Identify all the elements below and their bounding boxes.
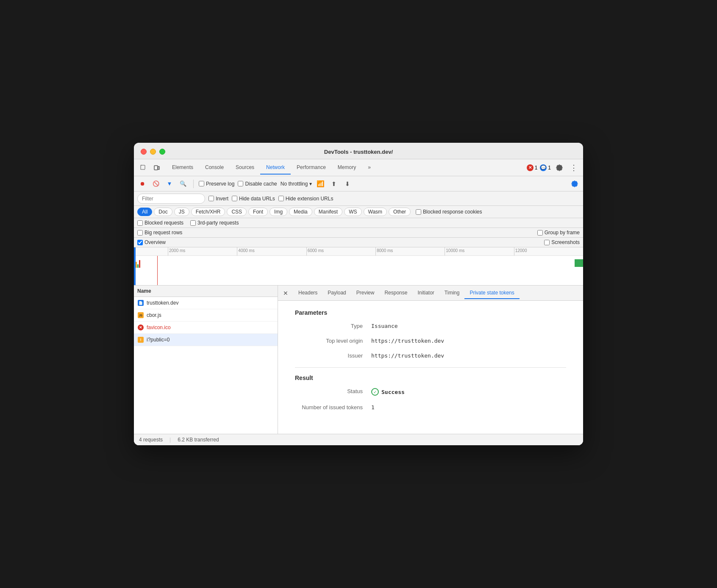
filter-input[interactable] — [137, 194, 205, 204]
tab-network[interactable]: Network — [260, 161, 291, 175]
group-by-frame-checkbox[interactable]: Group by frame — [537, 230, 580, 236]
tab-performance[interactable]: Performance — [291, 161, 332, 175]
section-divider — [295, 367, 566, 368]
throttle-arrow: ▾ — [309, 181, 312, 187]
parameters-title: Parameters — [295, 309, 566, 316]
close-button[interactable] — [141, 149, 147, 155]
filter-pill-other[interactable]: Other — [389, 208, 411, 216]
filter-pill-media[interactable]: Media — [289, 208, 312, 216]
main-tabs: Elements Console Sources Network Perform… — [166, 161, 527, 175]
more-icon[interactable]: ⋮ — [568, 162, 580, 174]
request-item-favicon[interactable]: ✕ favicon.ico — [134, 322, 278, 334]
clear-icon[interactable]: 🚫 — [151, 179, 161, 189]
tab-memory[interactable]: Memory — [332, 161, 362, 175]
detail-tab-headers[interactable]: Headers — [293, 287, 322, 299]
tokens-row: Number of issued tokens 1 — [295, 404, 566, 410]
third-party-checkbox[interactable]: 3rd-party requests — [190, 220, 239, 226]
blocked-cookies-checkbox[interactable]: Blocked response cookies — [416, 209, 482, 215]
top-level-origin-label: Top level origin — [295, 338, 371, 344]
overview-input[interactable] — [137, 240, 143, 245]
hide-ext-urls-checkbox[interactable]: Hide extension URLs — [278, 196, 333, 202]
filter-pill-js[interactable]: JS — [174, 208, 189, 216]
device-icon[interactable] — [151, 162, 163, 174]
search-icon[interactable]: 🔍 — [178, 179, 188, 189]
network-settings-icon[interactable] — [570, 179, 580, 189]
filter-icon[interactable]: ▼ — [164, 179, 175, 189]
success-icon: ✓ — [371, 388, 379, 396]
overview-label: Overview — [145, 239, 166, 245]
invert-checkbox[interactable]: Invert — [208, 196, 228, 202]
blocked-cookies-input[interactable] — [416, 209, 421, 215]
upload-icon[interactable]: ⬆ — [329, 179, 339, 189]
filter-pill-img[interactable]: Img — [270, 208, 287, 216]
timeline-green-block — [575, 259, 583, 267]
filter-pill-all[interactable]: All — [137, 208, 152, 216]
issuer-row: Issuer https://trusttoken.dev — [295, 352, 566, 359]
disable-cache-checkbox[interactable]: Disable cache — [238, 181, 277, 187]
hide-data-urls-checkbox[interactable]: Hide data URLs — [232, 196, 275, 202]
screenshots-checkbox[interactable]: Screenshots — [544, 239, 580, 245]
toolbar-icons — [137, 162, 163, 174]
warning-icon: 💬 — [540, 164, 547, 171]
window-title: DevTools - trusttoken.dev/ — [324, 149, 393, 155]
filter-pill-manifest[interactable]: Manifest — [314, 208, 342, 216]
ruler-12000: 12000 — [514, 247, 583, 255]
minimize-button[interactable] — [150, 149, 156, 155]
filter-pill-ws[interactable]: WS — [344, 208, 361, 216]
options-left: Blocked requests 3rd-party requests — [137, 220, 239, 226]
third-party-input[interactable] — [190, 220, 196, 226]
settings-icon[interactable] — [553, 162, 565, 174]
request-icon-doc: 📄 — [137, 300, 144, 306]
blocked-requests-checkbox[interactable]: Blocked requests — [137, 220, 183, 226]
filter-pill-doc[interactable]: Doc — [154, 208, 172, 216]
detail-close-button[interactable]: ✕ — [281, 289, 290, 297]
group-by-frame-input[interactable] — [537, 230, 543, 236]
status-success: ✓ Success — [371, 388, 405, 396]
preserve-log-checkbox[interactable]: Preserve log — [199, 181, 234, 187]
request-item-ipublic[interactable]: ! i?public=0 — [134, 334, 278, 346]
options-left-3: Overview — [137, 239, 166, 245]
filter-pill-font[interactable]: Font — [248, 208, 268, 216]
group-by-frame-label: Group by frame — [545, 230, 580, 236]
detail-tab-initiator[interactable]: Initiator — [412, 287, 439, 299]
js-icon: JS — [138, 312, 144, 318]
tab-elements[interactable]: Elements — [166, 161, 199, 175]
download-icon[interactable]: ⬇ — [342, 179, 353, 189]
stop-recording-icon[interactable]: ⏺ — [137, 179, 147, 189]
toolbar-right: ✕ 1 💬 1 ⋮ — [527, 162, 580, 174]
wifi-icon[interactable]: 📶 — [315, 179, 325, 189]
ruler-8000: 8000 ms — [375, 247, 445, 255]
throttle-select[interactable]: No throttling ▾ — [281, 181, 312, 187]
filter-pill-css[interactable]: CSS — [227, 208, 247, 216]
preserve-log-label: Preserve log — [206, 181, 234, 187]
filter-pill-fetch[interactable]: Fetch/XHR — [191, 208, 225, 216]
request-item-cbor[interactable]: JS cbor.js — [134, 309, 278, 322]
big-rows-input[interactable] — [137, 230, 143, 236]
preserve-log-input[interactable] — [199, 181, 204, 186]
main-area: Name 📄 trusttoken.dev JS cbor.js ✕ — [134, 286, 583, 434]
request-item-trusttoken[interactable]: 📄 trusttoken.dev — [134, 297, 278, 309]
screenshots-input[interactable] — [544, 240, 550, 245]
maximize-button[interactable] — [159, 149, 165, 155]
doc-icon: 📄 — [138, 300, 144, 306]
detail-tab-preview[interactable]: Preview — [351, 287, 380, 299]
big-rows-checkbox[interactable]: Big request rows — [137, 230, 182, 236]
tab-console[interactable]: Console — [199, 161, 230, 175]
tab-sources[interactable]: Sources — [230, 161, 260, 175]
filter-pill-wasm[interactable]: Wasm — [364, 208, 387, 216]
hide-data-urls-input[interactable] — [232, 196, 237, 201]
blocked-requests-input[interactable] — [137, 220, 143, 226]
detail-tab-private-state[interactable]: Private state tokens — [464, 287, 519, 299]
detail-tab-response[interactable]: Response — [379, 287, 412, 299]
cursor-icon[interactable] — [137, 162, 149, 174]
timeline-mini-bars — [134, 259, 140, 268]
overview-checkbox[interactable]: Overview — [137, 239, 166, 245]
invert-input[interactable] — [208, 196, 214, 201]
detail-tab-timing[interactable]: Timing — [439, 287, 465, 299]
hide-ext-urls-input[interactable] — [278, 196, 284, 201]
error-circle-icon: ✕ — [138, 325, 144, 330]
detail-tab-payload[interactable]: Payload — [322, 287, 351, 299]
tab-more[interactable]: » — [362, 161, 377, 175]
filter-types: All Doc JS Fetch/XHR CSS Font Img Media … — [134, 206, 583, 218]
disable-cache-input[interactable] — [238, 181, 243, 186]
